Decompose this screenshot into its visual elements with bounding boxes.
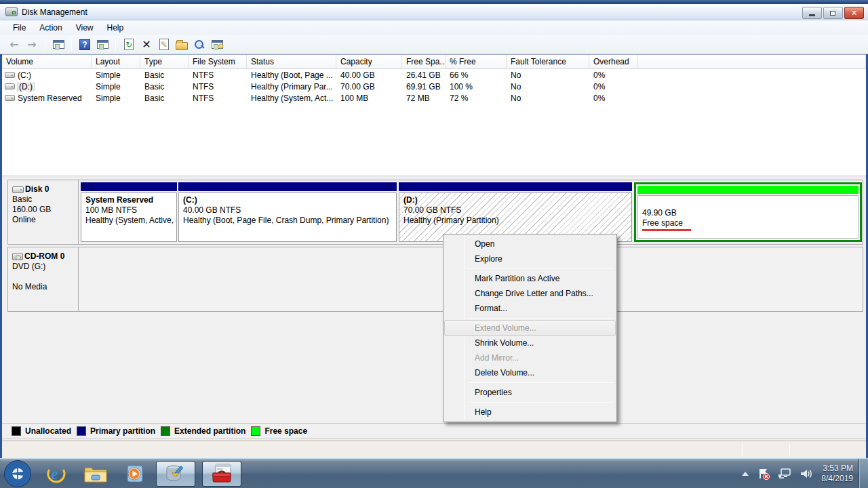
open-folder-icon xyxy=(176,42,188,50)
manage-button[interactable]: ⚙ xyxy=(210,37,224,52)
properties-button[interactable]: ✎ xyxy=(157,37,172,52)
toolbox-icon xyxy=(210,462,233,485)
menu-action[interactable]: Action xyxy=(33,22,68,34)
network-icon[interactable] xyxy=(778,468,791,480)
menu-file[interactable]: File xyxy=(7,22,32,34)
free-space-label: Free space xyxy=(642,218,854,228)
gear-icon: ⚙ xyxy=(218,43,224,50)
media-player-icon[interactable] xyxy=(121,460,149,487)
minimize-icon xyxy=(809,14,815,16)
refresh-button[interactable]: ↻ xyxy=(121,37,136,52)
status-bar-divider xyxy=(789,443,790,456)
partition-d-selected[interactable]: (D:) 70.00 GB NTFS Healthy (Primary Part… xyxy=(399,182,632,242)
cell-pct-free: 66 % xyxy=(446,70,507,80)
column-header-fault-tolerance[interactable]: Fault Tolerance xyxy=(507,55,589,69)
column-header-layout[interactable]: Layout xyxy=(92,55,140,69)
open-button[interactable] xyxy=(174,37,189,52)
column-header-volume[interactable]: Volume xyxy=(2,55,92,69)
menu-view[interactable]: View xyxy=(70,22,100,34)
disk-icon xyxy=(12,186,24,193)
partition-status: Healthy (Primary Partition) xyxy=(403,216,627,226)
partition-system-reserved[interactable]: System Reserved 100 MB NTFS Healthy (Sys… xyxy=(81,182,177,242)
menu-item-mark-partition-active[interactable]: Mark Partition as Active xyxy=(445,271,615,286)
taskbar-clock[interactable]: 3:53 PM 8/4/2019 xyxy=(821,464,853,484)
table-row-d[interactable]: (D:) Simple Basic NTFS Healthy (Primary … xyxy=(2,81,866,92)
menu-item-explore[interactable]: Explore xyxy=(445,251,615,266)
show-action-pane-button[interactable] xyxy=(95,37,110,52)
window-content: Volume Layout Type File System Status Ca… xyxy=(0,54,868,458)
column-header-type[interactable]: Type xyxy=(140,55,189,69)
cell-status: Healthy (Boot, Page ... xyxy=(247,70,336,80)
disk0-kind: Basic xyxy=(12,195,78,205)
cell-status: Healthy (Primary Par... xyxy=(247,82,336,92)
column-header-overhead[interactable]: Overhead xyxy=(589,55,638,69)
forward-button[interactable]: → xyxy=(24,37,39,52)
menu-item-change-drive-letter[interactable]: Change Drive Letter and Paths... xyxy=(445,286,615,301)
volume-table-header: Volume Layout Type File System Status Ca… xyxy=(2,55,866,69)
cdrom-drive: DVD (G:) xyxy=(12,262,78,272)
start-button[interactable] xyxy=(4,460,31,487)
menu-separator xyxy=(468,268,614,269)
menu-bar: File Action View Help xyxy=(0,20,868,35)
partition-color-bar xyxy=(178,182,397,191)
close-icon: ✕ xyxy=(851,9,857,18)
help-button[interactable]: ? xyxy=(77,37,92,52)
column-header-capacity[interactable]: Capacity xyxy=(336,55,402,69)
partition-c[interactable]: (C:) 40.00 GB NTFS Healthy (Boot, Page F… xyxy=(178,182,397,242)
table-row-system-reserved[interactable]: System Reserved Simple Basic NTFS Health… xyxy=(2,92,866,104)
partition-size: 40.00 GB NTFS xyxy=(183,205,392,216)
menu-item-shrink-volume[interactable]: Shrink Volume... xyxy=(445,336,615,350)
cell-type: Basic xyxy=(140,94,189,103)
hidden-icons-button[interactable] xyxy=(741,470,749,477)
show-desktop-button[interactable] xyxy=(859,459,868,488)
delete-button[interactable]: ✕ xyxy=(139,37,154,52)
legend-item-free-space: Free space xyxy=(251,426,307,436)
action-center-flag-icon[interactable] xyxy=(757,468,770,480)
volume-list-pane: Volume Layout Type File System Status Ca… xyxy=(2,54,866,175)
disk0-state: Online xyxy=(12,215,78,225)
drive-icon xyxy=(5,83,15,89)
windows-explorer-icon[interactable] xyxy=(81,460,110,487)
table-row-c[interactable]: (C:) Simple Basic NTFS Healthy (Boot, Pa… xyxy=(2,69,866,81)
show-console-tree-button[interactable] xyxy=(51,37,66,52)
admin-toolbox-taskbar-button[interactable] xyxy=(202,461,241,487)
disk-management-taskbar-button[interactable] xyxy=(156,461,195,487)
partition-free-space[interactable]: 49.90 GB Free space xyxy=(634,182,862,242)
menu-item-add-mirror[interactable]: Add Mirror... xyxy=(445,350,615,365)
back-button[interactable]: ← xyxy=(7,37,22,52)
cell-overhead: 0% xyxy=(589,70,638,80)
column-header-pct-free[interactable]: % Free xyxy=(446,55,507,69)
close-button[interactable]: ✕ xyxy=(844,7,864,19)
internet-explorer-icon[interactable]: e xyxy=(42,460,71,487)
menu-item-properties[interactable]: Properties xyxy=(445,385,615,400)
menu-separator xyxy=(468,382,614,383)
column-header-status[interactable]: Status xyxy=(247,55,336,69)
column-header-free-space[interactable]: Free Spa... xyxy=(402,55,446,69)
cell-file-system: NTFS xyxy=(189,70,247,80)
cell-free-space: 72 MB xyxy=(402,94,446,103)
column-header-file-system[interactable]: File System xyxy=(189,55,247,69)
menu-item-help[interactable]: Help xyxy=(445,405,615,420)
cdrom-header[interactable]: CD-ROM 0 DVD (G:) No Media xyxy=(8,247,79,311)
menu-item-format[interactable]: Format... xyxy=(445,301,615,316)
menu-item-delete-volume[interactable]: Delete Volume... xyxy=(445,365,615,380)
taskbar: e xyxy=(0,458,868,488)
free-space-swatch xyxy=(251,426,260,436)
menu-item-open[interactable]: Open xyxy=(445,237,615,251)
disk0-header[interactable]: Disk 0 Basic 160.00 GB Online xyxy=(8,180,79,244)
menu-help[interactable]: Help xyxy=(101,22,130,34)
volume-name: (C:) xyxy=(18,70,31,80)
delete-icon: ✕ xyxy=(142,39,151,50)
find-button[interactable] xyxy=(192,37,207,52)
menu-item-extend-volume[interactable]: Extend Volume... xyxy=(445,321,615,336)
partition-color-bar xyxy=(399,182,632,191)
restore-button[interactable] xyxy=(823,7,843,19)
cdrom-status: No Media xyxy=(12,282,78,292)
cell-free-space: 26.41 GB xyxy=(402,70,446,80)
title-bar[interactable]: Disk Management ✕ xyxy=(0,4,868,20)
volume-icon[interactable] xyxy=(800,468,813,480)
partition-color-bar xyxy=(81,182,177,191)
column-header-blank xyxy=(638,55,866,69)
minimize-button[interactable] xyxy=(802,7,822,19)
restore-icon xyxy=(830,11,835,16)
